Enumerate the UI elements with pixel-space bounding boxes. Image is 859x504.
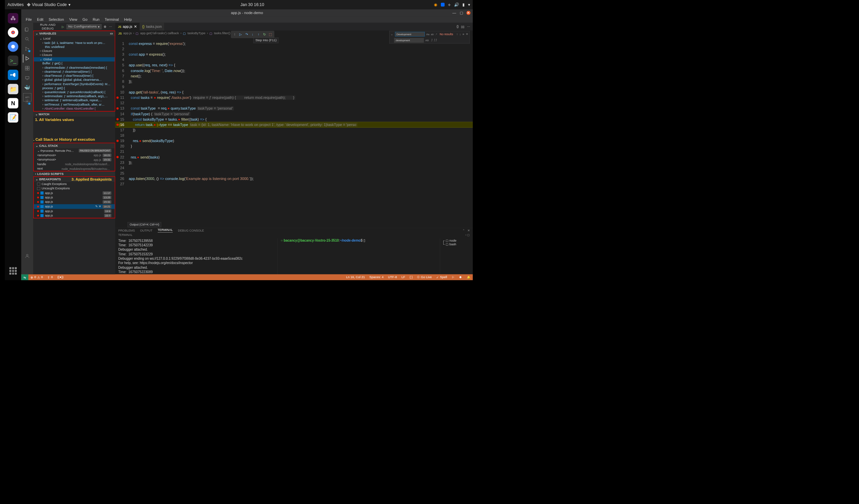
power-icon[interactable]: ▾ xyxy=(468,2,470,7)
tab-tasksjson[interactable]: {}tasks.json xyxy=(140,23,165,31)
debug-icon[interactable] xyxy=(23,54,31,62)
step-out-button[interactable]: ↑ xyxy=(256,32,261,37)
activities-button[interactable]: Activities xyxy=(7,2,24,7)
extensions-icon[interactable] xyxy=(23,64,31,72)
replace-input[interactable] xyxy=(394,38,424,43)
status-live[interactable]: ((●)) xyxy=(55,274,66,280)
bell-icon[interactable]: 🔔 xyxy=(464,275,473,279)
panel-tab-problems[interactable]: PROBLEMS xyxy=(118,229,135,232)
dock-files[interactable]: 📁 xyxy=(8,84,18,94)
maximize-icon[interactable]: ⌃ xyxy=(462,229,465,232)
app-indicator[interactable]: Visual Studio Code ▾ xyxy=(28,2,71,7)
next-icon[interactable]: ↓ xyxy=(459,32,461,36)
menu-help[interactable]: Help xyxy=(121,17,134,22)
dock-slack[interactable]: ⁂ xyxy=(8,13,18,23)
wifi-icon[interactable]: ⟡ xyxy=(448,2,451,7)
gear-icon[interactable]: ⚙ xyxy=(104,25,107,29)
docker-icon[interactable]: 🐳 xyxy=(23,83,31,92)
settings-icon[interactable]: 1 xyxy=(23,97,31,105)
volume-icon[interactable]: 🔊 xyxy=(454,2,459,7)
annotation-3: 3. Applied Breakpoints xyxy=(70,176,114,182)
tray-icon[interactable] xyxy=(441,3,444,6)
new-terminal-icon[interactable]: ▢ xyxy=(467,233,470,236)
dock-terminal[interactable]: >_ xyxy=(8,56,18,66)
eol[interactable]: LF xyxy=(399,275,407,279)
step-over-button[interactable]: ↷ xyxy=(244,32,250,37)
go-live[interactable]: ⦾ Go Live xyxy=(415,275,434,279)
step-into-button[interactable]: ↓ xyxy=(250,32,255,37)
braces-icon[interactable]: {} xyxy=(457,25,459,29)
svg-point-11 xyxy=(27,101,28,102)
cursor-position[interactable]: Ln 16, Col 21 xyxy=(344,275,367,279)
explorer-icon[interactable] xyxy=(23,26,31,33)
close-icon[interactable]: ✕ xyxy=(134,25,137,29)
panel-tab-output[interactable]: OUTPUT xyxy=(140,229,153,232)
search-icon[interactable] xyxy=(23,35,31,43)
menu-file[interactable]: File xyxy=(23,17,34,22)
prev-icon[interactable]: ↑ xyxy=(456,32,458,36)
system-topbar: Activities Visual Studio Code ▾ Jan 30 1… xyxy=(5,0,472,10)
remote-indicator[interactable]: ⇋ xyxy=(21,274,28,280)
variables-section: ⌄VARIABLES▭ ⌄Local ›task: {id: 1, taskNa… xyxy=(33,31,116,112)
scm-icon[interactable]: 1 xyxy=(23,45,31,52)
debug-toolbar: ⁞ ▷ ↷ ↓ ↑ ↻ ⬚ xyxy=(231,31,274,38)
panel-tab-debug[interactable]: DEBUG CONSOLE xyxy=(178,229,204,232)
more-icon[interactable]: ⋯ xyxy=(467,25,470,29)
remote-icon[interactable] xyxy=(23,74,31,82)
menu-run[interactable]: Run xyxy=(90,17,102,22)
terminal-list: ┌ ▢ node └ ▢ bash xyxy=(440,239,470,279)
status-port[interactable]: ⇪ 0 xyxy=(45,274,55,280)
prettier-icon[interactable]: ⚐ xyxy=(449,275,457,279)
code-editor[interactable]: 1const express = require('express'); 2 3… xyxy=(116,36,473,228)
tray-icon[interactable]: ◉ xyxy=(434,2,438,7)
status-bar: ⇋ ⊗ 0 ⚠ 0 ⇪ 0 ((●)) Ln 16, Col 21 Spaces… xyxy=(21,274,473,280)
expand-icon[interactable]: ⌄ xyxy=(390,32,394,36)
start-debug-button[interactable]: ▷ xyxy=(62,25,64,29)
menu-view[interactable]: View xyxy=(66,17,79,22)
dock-chromium[interactable] xyxy=(8,41,18,52)
tab-appjs[interactable]: JSapp.js✕ xyxy=(116,23,140,31)
split-icon[interactable]: ▯▯ xyxy=(461,25,464,29)
menu-terminal[interactable]: Terminal xyxy=(102,17,121,22)
close-icon[interactable]: ✕ xyxy=(467,229,470,232)
menu-edit[interactable]: Edit xyxy=(34,17,46,22)
feedback-icon[interactable]: ☻ xyxy=(457,275,464,279)
config-selector[interactable]: No Configurations▾ xyxy=(66,24,101,29)
battery-icon[interactable]: ▮ xyxy=(462,2,465,7)
dock-notion[interactable]: N xyxy=(8,98,18,108)
status-errors[interactable]: ⊗ 0 ⚠ 0 xyxy=(29,274,45,280)
more-icon[interactable]: ⋯ xyxy=(109,25,112,29)
find-widget: ⌄ Aaab.* No results ↑↓≡✕ AB ⤴⤴⤴ xyxy=(389,31,470,44)
close-button[interactable]: ✕ xyxy=(466,11,470,15)
find-input[interactable] xyxy=(395,32,425,36)
menu-selection[interactable]: Selection xyxy=(46,17,66,22)
dock-apps-grid[interactable] xyxy=(10,267,17,274)
indent[interactable]: Spaces: 4 xyxy=(367,275,386,279)
close-icon[interactable]: ✕ xyxy=(466,32,468,36)
maximize-button[interactable]: ▢ xyxy=(459,11,463,15)
dock-vscode[interactable] xyxy=(8,70,18,80)
selection-icon[interactable]: ≡ xyxy=(462,32,464,36)
debug-sidebar: RUN AND DEBUG ▷ No Configurations▾ ⚙ ⋯ ⌄… xyxy=(33,23,116,274)
replace-one-icon[interactable]: ⤴ xyxy=(431,38,433,42)
menu-go[interactable]: Go xyxy=(80,17,90,22)
terminal-item-node[interactable]: ┌ ▢ node xyxy=(442,239,470,242)
dock-chrome[interactable] xyxy=(8,27,18,37)
terminal-output[interactable]: Time: 1675075139558 Time: 1675075142239 … xyxy=(118,239,274,279)
svg-rect-9 xyxy=(26,77,29,79)
replace-all-icon[interactable]: ⤴⤴ xyxy=(434,38,437,42)
continue-button[interactable]: ▷ xyxy=(238,32,244,37)
minimize-button[interactable]: — xyxy=(452,11,456,15)
panel-tab-terminal[interactable]: TERMINAL xyxy=(158,228,173,233)
account-icon[interactable] xyxy=(23,252,31,260)
terminal-2[interactable]: ○ bacancy@bacancy-Vostro-15-3510:~/node-… xyxy=(277,239,436,279)
drag-handle-icon[interactable]: ⁞ xyxy=(232,32,238,37)
dock-text-editor[interactable]: 📝 xyxy=(8,112,18,123)
encoding[interactable]: UTF-8 xyxy=(386,275,399,279)
restart-button[interactable]: ↻ xyxy=(262,32,268,37)
language-mode[interactable]: { } xyxy=(407,275,415,279)
svg-point-3 xyxy=(28,48,29,49)
terminal-item-bash[interactable]: └ ▢ bash xyxy=(442,242,470,246)
spell[interactable]: ✓ Spell xyxy=(434,275,449,279)
stop-button[interactable]: ⬚ xyxy=(268,32,273,37)
